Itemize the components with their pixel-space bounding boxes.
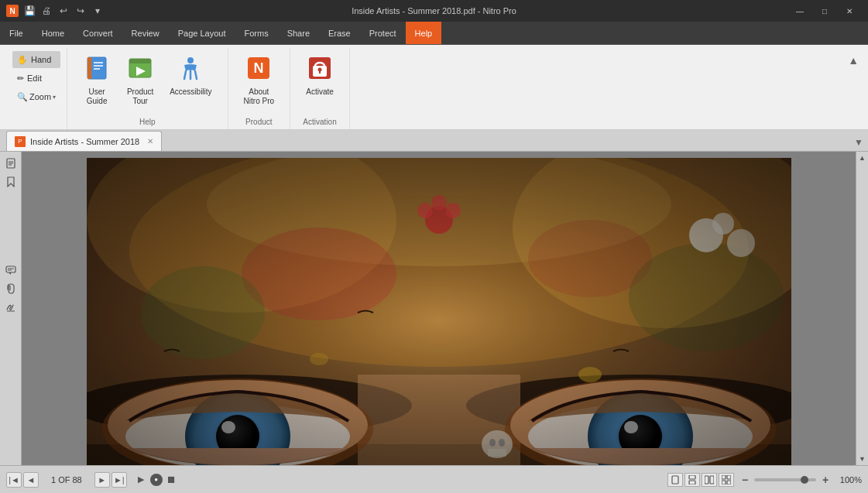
tab-label: Inside Artists - Summer 2018 [30, 137, 139, 146]
zoom-dropdown-arrow: ▾ [53, 94, 56, 101]
zoom-slider[interactable] [754, 478, 816, 481]
navigation-controls: |◄ ◄ [6, 472, 39, 488]
next-page-button[interactable]: ► [94, 472, 110, 488]
menu-forms[interactable]: Forms [235, 22, 277, 44]
menu-erase[interactable]: Erase [319, 22, 360, 44]
tab-scroll-right[interactable]: ▼ [849, 134, 868, 151]
svg-rect-68 [689, 481, 695, 484]
save-icon[interactable]: 💾 [22, 3, 37, 19]
menu-protect[interactable]: Protect [360, 22, 406, 44]
record-button[interactable]: ⏹ [164, 472, 180, 488]
accessibility-button[interactable]: Accessibility [163, 51, 218, 111]
continuous-view-button[interactable] [684, 473, 700, 487]
tab-close-button[interactable]: ✕ [147, 137, 153, 146]
view-mode-buttons [667, 473, 734, 487]
grid-view-button[interactable] [719, 473, 734, 487]
svg-text:N: N [254, 60, 264, 76]
ribbon-scroll-up[interactable]: ▲ [845, 51, 862, 70]
about-nitro-icon: N [245, 54, 273, 86]
ribbon-group-tools: ✋ Hand ✏ Edit 🔍 Zoom ▾ [6, 48, 67, 129]
pdf-viewer [22, 152, 856, 465]
sidebar-signatures-button[interactable] [2, 299, 19, 316]
minimize-button[interactable]: — [787, 0, 812, 22]
zoom-out-button[interactable]: − [739, 474, 751, 486]
about-nitro-label: AboutNitro Pro [244, 87, 274, 106]
sidebar-attachments-button[interactable] [2, 280, 19, 297]
menu-share[interactable]: Share [278, 22, 319, 44]
two-page-view-button[interactable] [702, 473, 717, 487]
product-tour-button[interactable]: ProductTour [120, 51, 160, 111]
navigation-controls-right: ► ►| [94, 472, 127, 488]
about-nitro-pro-button[interactable]: N AboutNitro Pro [238, 51, 280, 111]
ribbon-activation-buttons: Activate [300, 51, 340, 115]
svg-marker-20 [8, 177, 14, 187]
ribbon-group-help: UserGuide ProductTour [67, 48, 228, 129]
sidebar-comments-button[interactable] [2, 262, 19, 279]
ribbon-help-buttons: UserGuide ProductTour [77, 51, 218, 115]
scroll-down-button[interactable]: ▼ [856, 453, 869, 465]
activate-icon [306, 54, 334, 86]
zoom-area: − + 100% [739, 474, 862, 486]
prev-page-button[interactable]: ◄ [23, 472, 39, 488]
ribbon-product-buttons: N AboutNitro Pro [238, 51, 280, 115]
sidebar-pages-button[interactable] [2, 155, 19, 172]
svg-rect-21 [6, 266, 15, 272]
scroll-up-button[interactable]: ▲ [856, 152, 869, 164]
svg-rect-74 [727, 481, 731, 484]
ribbon-help-group-label: Help [139, 115, 156, 126]
left-sidebar [0, 152, 22, 465]
svg-point-14 [318, 68, 322, 72]
document-tab[interactable]: P Inside Artists - Summer 2018 ✕ [6, 131, 162, 151]
menu-convert[interactable]: Convert [74, 22, 122, 44]
page-display: 1 OF 88 [45, 475, 88, 484]
zoom-in-button[interactable]: + [819, 474, 832, 486]
menu-page-layout[interactable]: Page Layout [169, 22, 235, 44]
zoom-slider-thumb[interactable] [801, 476, 808, 484]
menu-file[interactable]: File [0, 22, 33, 44]
ribbon-product-group-label: Product [245, 115, 272, 126]
zoom-tool-button[interactable]: 🔍 Zoom ▾ [12, 88, 60, 105]
main-area: ▲ ▼ [0, 152, 868, 465]
svg-rect-66 [672, 476, 678, 484]
menu-help[interactable]: Help [406, 22, 442, 44]
menu-bar: File Home Convert Review Page Layout For… [0, 22, 868, 45]
user-guide-button[interactable]: UserGuide [77, 51, 117, 111]
edit-icon: ✏ [17, 74, 24, 84]
sidebar-bookmarks-button[interactable] [2, 173, 19, 190]
tab-bar: P Inside Artists - Summer 2018 ✕ ▼ [0, 130, 868, 152]
print-icon[interactable]: 🖨 [39, 3, 54, 19]
play-button[interactable]: ▶ [133, 472, 149, 488]
close-button[interactable]: ✕ [837, 0, 862, 22]
menu-home[interactable]: Home [33, 22, 74, 44]
svg-point-8 [187, 57, 194, 63]
customize-icon[interactable]: ▾ [90, 3, 105, 19]
single-page-view-button[interactable] [667, 473, 683, 487]
redo-icon[interactable]: ↪ [73, 3, 88, 19]
menu-review[interactable]: Review [122, 22, 169, 44]
zoom-icon: 🔍 [17, 92, 28, 102]
last-page-button[interactable]: ►| [112, 472, 127, 488]
play-controls: ▶ ● ⏹ [133, 472, 180, 488]
hand-tool-button[interactable]: ✋ Hand [12, 51, 60, 68]
accessibility-label: Accessibility [170, 87, 211, 97]
product-tour-icon [126, 54, 154, 86]
stop-button[interactable]: ● [150, 474, 163, 486]
svg-rect-1 [87, 57, 91, 79]
accessibility-icon [177, 54, 204, 86]
undo-icon[interactable]: ↩ [56, 3, 71, 19]
status-right: − + 100% [667, 473, 862, 487]
ribbon: ✋ Hand ✏ Edit 🔍 Zoom ▾ [0, 45, 868, 130]
right-scrollbar[interactable]: ▲ ▼ [856, 152, 868, 465]
title-bar: N 💾 🖨 ↩ ↪ ▾ Inside Artists - Summer 2018… [0, 0, 868, 22]
window-title: Inside Artists - Summer 2018.pdf - Nitro… [352, 6, 516, 15]
activate-button[interactable]: Activate [300, 51, 340, 111]
hand-icon: ✋ [17, 55, 28, 65]
pdf-page [87, 158, 791, 465]
ribbon-activation-group-label: Activation [303, 115, 336, 126]
edit-tool-button[interactable]: ✏ Edit [12, 70, 60, 87]
svg-rect-70 [710, 476, 714, 484]
first-page-button[interactable]: |◄ [6, 472, 22, 488]
tab-pdf-icon: P [15, 136, 26, 147]
product-tour-label: ProductTour [127, 87, 153, 106]
maximize-button[interactable]: □ [812, 0, 837, 22]
